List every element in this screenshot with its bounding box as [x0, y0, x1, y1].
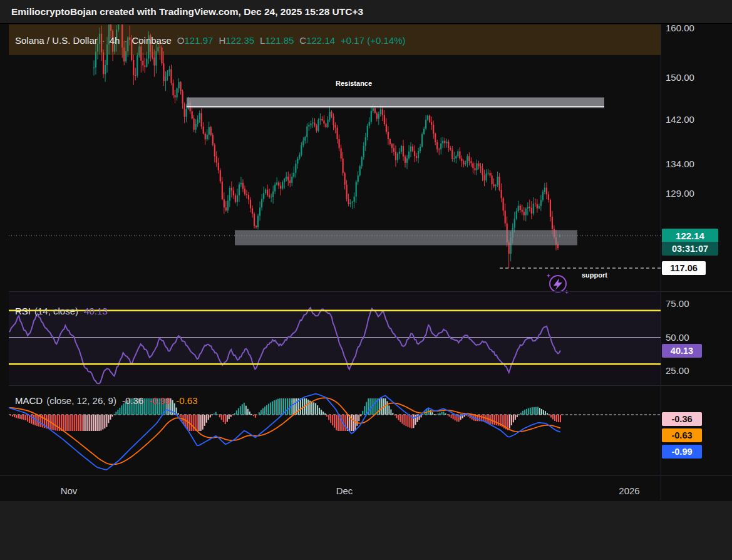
price-tick: 129.00 [666, 188, 694, 199]
support-annotation[interactable]: support [582, 271, 607, 279]
price-tick: 160.00 [666, 23, 694, 33]
open-label: O [177, 35, 185, 46]
low-value: 121.85 [265, 35, 294, 46]
macd-value-badge: -0.63 [662, 428, 702, 442]
bar-countdown-badge: 03:31:07 [662, 242, 718, 256]
footer-bar: TradingView @ KaiZXBT [0, 501, 732, 560]
symbol-title[interactable]: Solana / U.S. Dollar [15, 35, 98, 46]
macd-value-badge: -0.99 [662, 445, 702, 459]
time-axis-label: Dec [336, 485, 353, 496]
exchange-label: Coinbase [131, 35, 171, 46]
rsi-value-badge: 40.13 [662, 344, 702, 358]
header-title: EmiliocryptoBojan created with TradingVi… [11, 6, 363, 18]
rsi-params: (14, close) [34, 306, 78, 316]
interval-label[interactable]: 4h [110, 35, 120, 46]
legend-separator: · [102, 35, 105, 46]
macd-hist-value: -0.36 [122, 395, 143, 406]
rsi-indicator-title[interactable]: RSI(14, close)40.13 [15, 306, 108, 316]
macd-indicator-title[interactable]: MACD(close, 12, 26, 9)-0.36-0.99-0.63 [15, 395, 198, 406]
close-label: C [299, 35, 306, 46]
resistance-annotation[interactable]: Resistance [336, 80, 372, 87]
change-value: +0.17 (+0.14%) [341, 35, 405, 46]
legend-separator: · [124, 35, 127, 46]
rsi-tick: 25.00 [666, 365, 689, 376]
chart-legend: Solana / U.S. Dollar·4h·CoinbaseO121.97H… [15, 35, 405, 46]
current-price-badge: 122.14 [662, 229, 718, 242]
tradingview-chart-screenshot: EmiliocryptoBojan created with TradingVi… [0, 0, 732, 560]
macd-params: (close, 12, 26, 9) [46, 395, 116, 406]
time-axis-label: 2026 [619, 485, 639, 496]
resistance-zone[interactable] [187, 98, 604, 108]
header-bar: EmiliocryptoBojan created with TradingVi… [0, 0, 732, 24]
time-axis-label: Nov [61, 485, 78, 496]
rsi-tick: 75.00 [666, 298, 689, 309]
high-label: H [219, 35, 225, 46]
support-zone[interactable] [235, 230, 577, 245]
price-tick: 134.00 [666, 158, 694, 169]
rsi-value: 40.13 [84, 306, 108, 316]
open-value: 121.97 [184, 35, 213, 46]
macd-signal-value: -0.63 [176, 395, 197, 406]
rsi-name: RSI [15, 306, 31, 316]
macd-value-badge: -0.36 [662, 412, 702, 426]
low-price-badge: 117.06 [662, 261, 706, 275]
macd-name: MACD [15, 395, 43, 406]
price-tick: 150.00 [666, 72, 694, 83]
price-tick: 142.00 [666, 114, 694, 125]
high-value: 122.35 [225, 35, 254, 46]
rsi-tick: 50.00 [666, 332, 689, 343]
chart-canvas[interactable] [0, 0, 732, 501]
macd-line-value: -0.99 [149, 395, 170, 406]
close-value: 122.14 [306, 35, 335, 46]
